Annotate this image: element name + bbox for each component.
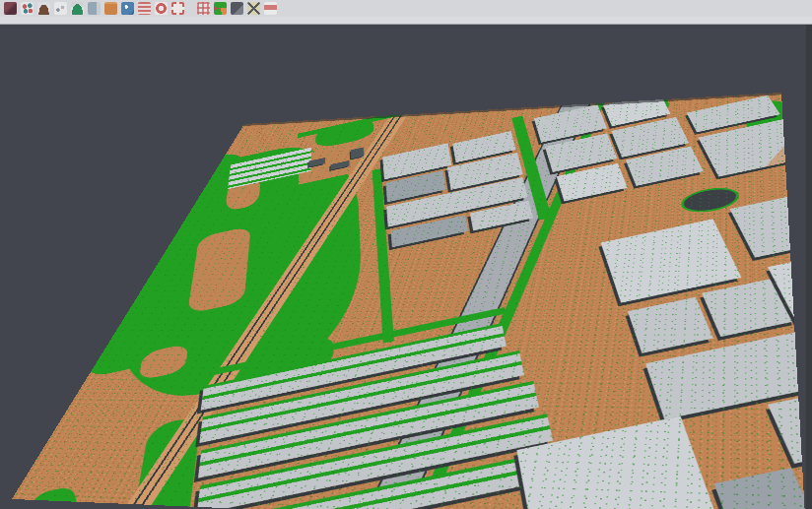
panel-blue-icon[interactable] (88, 2, 101, 15)
city-grid-group (12, 93, 806, 509)
pale-markers-icon[interactable] (54, 2, 67, 15)
globe-icon[interactable] (121, 2, 134, 15)
building (628, 297, 713, 353)
pale-x-markers-icon[interactable] (247, 2, 260, 15)
red-teal-points-icon[interactable] (21, 2, 34, 15)
red-brackets-icon[interactable] (171, 2, 184, 15)
building (516, 416, 751, 509)
3d-viewport[interactable] (0, 25, 812, 509)
vegetation-patch (13, 484, 81, 509)
red-ring-icon[interactable] (155, 2, 168, 15)
building (730, 188, 806, 258)
red-lines-icon[interactable] (138, 2, 151, 15)
point-cloud-terrain (12, 93, 806, 509)
classification-colors-icon[interactable] (214, 2, 227, 15)
viewport-edge-shade (806, 25, 812, 509)
red-grid-icon[interactable] (197, 2, 210, 15)
tree-line (788, 102, 806, 149)
maroon-cluster-icon[interactable] (4, 2, 17, 15)
building (714, 468, 806, 509)
toolbar (0, 0, 812, 17)
orange-square-icon[interactable] (104, 2, 117, 15)
dark-binoculars-icon[interactable] (231, 2, 243, 15)
vegetation-mound-icon[interactable] (71, 2, 84, 15)
red-bar-icon[interactable] (264, 2, 277, 15)
toolbar-strip (0, 17, 812, 24)
terrain-mound-icon[interactable] (37, 2, 50, 15)
